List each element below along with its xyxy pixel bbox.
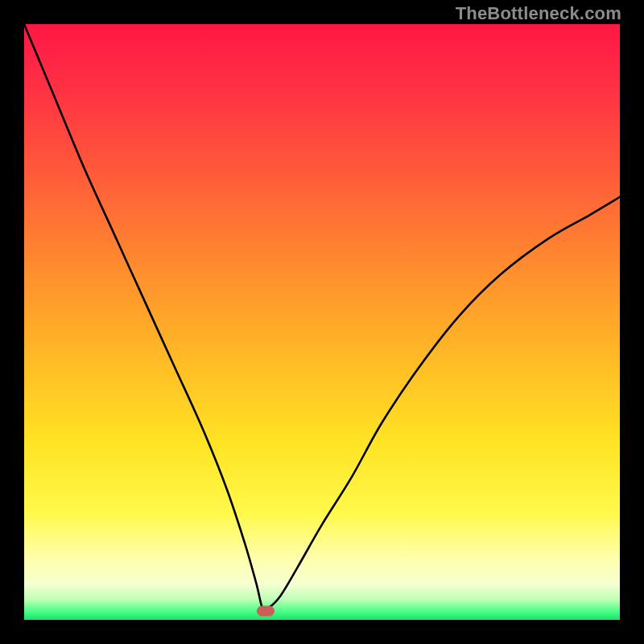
chart-frame: TheBottleneck.com (0, 0, 644, 644)
plot-area (24, 24, 620, 620)
minimum-marker (257, 605, 275, 616)
bottleneck-curve (24, 24, 620, 620)
watermark-text: TheBottleneck.com (456, 3, 621, 24)
